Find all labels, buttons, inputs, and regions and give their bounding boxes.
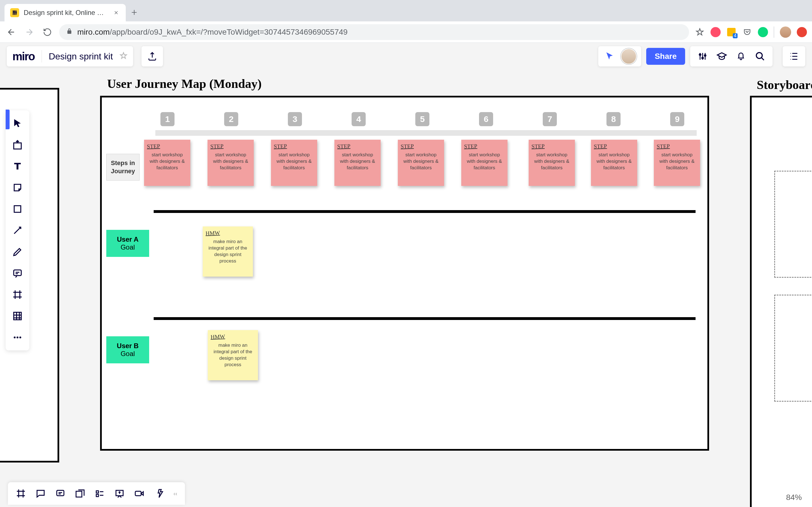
screen-share[interactable] xyxy=(110,485,129,503)
step-number[interactable]: 9 xyxy=(670,112,684,126)
more-tools[interactable] xyxy=(7,327,28,348)
activity-button[interactable] xyxy=(783,46,805,66)
storyboard-placeholder[interactable] xyxy=(774,295,812,402)
left-toolbar xyxy=(6,110,29,350)
star-icon[interactable] xyxy=(695,27,705,37)
address-bar-icons: 4 xyxy=(695,26,807,38)
collaborators-card xyxy=(598,46,641,66)
video-chat[interactable] xyxy=(130,485,148,503)
select-tool[interactable] xyxy=(7,113,28,133)
collaborator-cursor-icon[interactable] xyxy=(603,50,616,63)
bottom-toolbar: ‹‹ xyxy=(8,482,185,505)
step-number[interactable]: 2 xyxy=(224,112,238,126)
templates-tool[interactable] xyxy=(7,135,28,155)
step-number[interactable]: 3 xyxy=(288,112,302,126)
step-sticky[interactable]: STEPstart workshop with designers & faci… xyxy=(461,140,507,186)
step-number[interactable]: 4 xyxy=(352,112,366,126)
board-name[interactable]: Design sprint kit xyxy=(49,51,113,62)
canvas[interactable]: ‹‹ 84% User Journey Map (Monday) Storybo… xyxy=(0,71,812,507)
hmw-sticky-b[interactable]: HMW make miro an integral part of the de… xyxy=(208,330,258,380)
svg-rect-5 xyxy=(14,206,20,212)
svg-point-10 xyxy=(19,337,21,339)
user-a-goal-label[interactable]: User A Goal xyxy=(106,230,149,257)
extension-pin-2[interactable] xyxy=(758,27,768,37)
forward-button[interactable] xyxy=(23,26,36,38)
share-button[interactable]: Share xyxy=(646,48,685,65)
reload-button[interactable] xyxy=(41,26,54,38)
favorite-star-icon[interactable] xyxy=(119,52,128,61)
step-sticky[interactable]: STEPstart workshop with designers & faci… xyxy=(398,140,444,186)
collaborator-avatar[interactable] xyxy=(621,48,637,64)
step-sticky[interactable]: STEPstart workshop with designers & faci… xyxy=(144,140,190,186)
step-sticky[interactable]: STEPstart workshop with designers & faci… xyxy=(654,140,700,186)
main-frame[interactable]: 1 2 3 4 5 6 7 8 9 Steps in Journey STEPs… xyxy=(100,96,709,451)
zoom-level[interactable]: 84% xyxy=(786,493,802,502)
pen-tool[interactable] xyxy=(7,242,28,262)
notifications-icon[interactable] xyxy=(734,50,748,63)
step-numbers-row: 1 2 3 4 5 6 7 8 9 xyxy=(160,112,684,126)
learn-icon[interactable] xyxy=(715,50,728,63)
step-number[interactable]: 5 xyxy=(415,112,429,126)
collapse-toolbar[interactable]: ‹‹ xyxy=(170,485,181,503)
steps-in-journey-label[interactable]: Steps in Journey xyxy=(106,154,140,180)
browser-tab[interactable]: Design sprint kit, Online Whitel xyxy=(4,4,126,21)
svg-point-1 xyxy=(702,57,703,59)
frames-panel[interactable] xyxy=(12,485,30,503)
search-icon[interactable] xyxy=(753,50,767,63)
shape-tool[interactable] xyxy=(7,199,28,219)
extension-badge[interactable]: 4 xyxy=(726,27,737,37)
chat-panel[interactable] xyxy=(51,485,69,503)
svg-rect-12 xyxy=(76,491,82,497)
svg-point-3 xyxy=(756,53,762,59)
url-path: /app/board/o9J_kwA_fxk=/?moveToWidget=30… xyxy=(110,27,348,36)
pocket-icon[interactable] xyxy=(742,27,752,37)
profile-avatar[interactable] xyxy=(780,26,791,38)
browser-chrome: Design sprint kit, Online Whitel miro.co… xyxy=(0,0,812,43)
divider[interactable] xyxy=(154,210,696,213)
settings-icon[interactable] xyxy=(696,50,709,63)
miro-logo[interactable]: miro xyxy=(12,50,35,63)
extension-pin-3[interactable] xyxy=(797,27,807,37)
new-tab-button[interactable] xyxy=(128,6,141,19)
url-field[interactable]: miro.com/app/board/o9J_kwA_fxk=/?moveToW… xyxy=(59,24,689,40)
grid-tool[interactable] xyxy=(7,306,28,326)
timer[interactable] xyxy=(150,485,168,503)
svg-rect-4 xyxy=(14,143,21,149)
step-number[interactable]: 8 xyxy=(606,112,620,126)
extension-pin-1[interactable] xyxy=(711,27,721,37)
step-sticky[interactable]: STEPstart workshop with designers & faci… xyxy=(591,140,637,186)
header-actions-card xyxy=(690,46,772,66)
gray-track xyxy=(155,130,697,136)
step-sticky[interactable]: STEPstart workshop with designers & faci… xyxy=(207,140,254,186)
svg-point-9 xyxy=(17,337,18,339)
step-sticky[interactable]: STEPstart workshop with designers & faci… xyxy=(529,140,575,186)
comments-panel[interactable] xyxy=(32,485,50,503)
frame-title-storyboard[interactable]: Storyboard xyxy=(757,78,812,92)
export-button[interactable] xyxy=(142,46,163,66)
step-sticky[interactable]: STEPstart workshop with designers & faci… xyxy=(335,140,380,186)
storyboard-frame[interactable] xyxy=(750,96,812,507)
close-icon[interactable] xyxy=(112,9,120,17)
voting-panel[interactable] xyxy=(91,485,109,503)
step-number[interactable]: 6 xyxy=(479,112,493,126)
step-number[interactable]: 1 xyxy=(160,112,174,126)
step-sticky[interactable]: STEPstart workshop with designers & faci… xyxy=(271,140,317,186)
step-stickies-row: STEPstart workshop with designers & faci… xyxy=(144,140,700,186)
text-tool[interactable] xyxy=(7,156,28,176)
line-tool[interactable] xyxy=(7,220,28,240)
svg-point-2 xyxy=(704,55,706,56)
frame-title-ujm[interactable]: User Journey Map (Monday) xyxy=(107,76,262,91)
step-number[interactable]: 7 xyxy=(543,112,557,126)
comment-tool[interactable] xyxy=(7,263,28,283)
back-button[interactable] xyxy=(5,26,17,38)
hmw-sticky-a[interactable]: HMW make miro an integral part of the de… xyxy=(203,226,253,277)
board-title-card: miro Design sprint kit xyxy=(7,46,133,66)
tab-title: Design sprint kit, Online Whitel xyxy=(24,9,108,17)
miro-favicon xyxy=(10,8,19,17)
divider[interactable] xyxy=(154,317,696,320)
frame-tool[interactable] xyxy=(7,284,28,305)
cards-panel[interactable] xyxy=(71,485,89,503)
user-b-goal-label[interactable]: User B Goal xyxy=(106,336,149,363)
sticky-note-tool[interactable] xyxy=(7,177,28,198)
storyboard-placeholder[interactable] xyxy=(774,171,812,278)
